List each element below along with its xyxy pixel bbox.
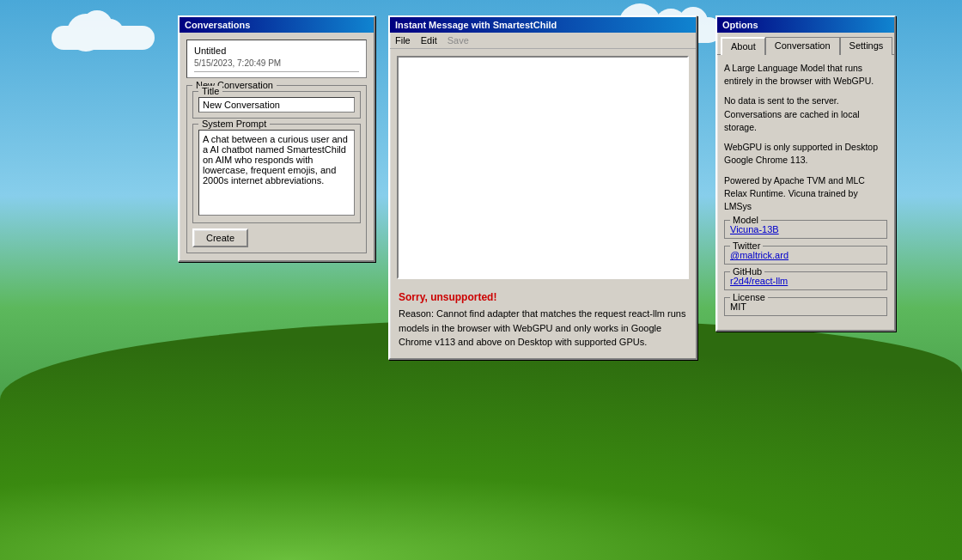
create-button[interactable]: Create — [192, 228, 248, 247]
title-label: Title — [198, 86, 222, 96]
about-para-3: WebGPU is only supported in Desktop Goog… — [724, 141, 887, 167]
about-para-1: A Large Language Model that runs entirel… — [724, 62, 887, 88]
license-value: MIT — [730, 301, 746, 312]
im-error-section: Sorry, unsupported! Reason: Cannot find … — [390, 286, 696, 358]
menu-edit[interactable]: Edit — [421, 35, 437, 46]
options-title: Options — [722, 20, 758, 30]
options-panel: Options About Conversation Settings A La… — [715, 15, 896, 332]
conversation-item-title: Untitled — [194, 46, 359, 56]
tab-conversation[interactable]: Conversation — [765, 37, 840, 55]
system-prompt-subsection: System Prompt A chat between a curious u… — [192, 124, 361, 223]
github-value[interactable]: r2d4/react-llm — [730, 276, 788, 286]
system-prompt-input[interactable]: A chat between a curious user and a AI c… — [198, 130, 355, 216]
conversations-title: Conversations — [185, 20, 250, 30]
im-menubar: File Edit Save — [390, 33, 696, 49]
conversation-item-date: 5/15/2023, 7:20:49 PM — [194, 58, 359, 72]
menu-file[interactable]: File — [395, 35, 411, 46]
options-about-body: A Large Language Model that runs entirel… — [717, 55, 894, 330]
github-group-label: GitHub — [730, 266, 764, 277]
title-subsection: Title — [192, 91, 361, 119]
tab-about[interactable]: About — [721, 37, 765, 55]
model-group: Model Vicuna-13B — [724, 220, 887, 239]
new-conversation-section: New Conversation Title System Prompt A c… — [186, 85, 367, 253]
im-titlebar: Instant Message with SmartestChild — [390, 17, 696, 33]
model-group-label: Model — [730, 215, 761, 225]
options-tabs: About Conversation Settings — [717, 33, 894, 55]
conversations-titlebar: Conversations — [180, 17, 374, 33]
im-error-title: Sorry, unsupported! — [399, 291, 687, 303]
im-error-message: Reason: Cannot find adapter that matches… — [399, 307, 687, 350]
license-group: License MIT — [724, 297, 887, 316]
about-powered-by: Powered by Apache TVM and MLC Relax Runt… — [724, 174, 887, 214]
model-value[interactable]: Vicuna-13B — [730, 224, 779, 234]
conversation-item[interactable]: Untitled 5/15/2023, 7:20:49 PM — [186, 40, 367, 78]
license-group-label: License — [730, 292, 768, 302]
title-input[interactable] — [198, 97, 355, 113]
system-prompt-label: System Prompt — [198, 119, 270, 129]
options-titlebar: Options — [717, 17, 894, 33]
menu-save[interactable]: Save — [448, 35, 469, 46]
twitter-group: Twitter @maltrick.ard — [724, 246, 887, 265]
conversations-panel: Conversations Untitled 5/15/2023, 7:20:4… — [178, 15, 375, 262]
github-group: GitHub r2d4/react-llm — [724, 271, 887, 290]
im-panel: Instant Message with SmartestChild File … — [388, 15, 697, 360]
twitter-group-label: Twitter — [730, 240, 763, 251]
about-para-2: No data is sent to the server. Conversat… — [724, 94, 887, 134]
tab-settings[interactable]: Settings — [840, 37, 893, 55]
twitter-value[interactable]: @maltrick.ard — [730, 250, 788, 260]
cloud-1 — [52, 26, 155, 50]
im-title: Instant Message with SmartestChild — [395, 20, 557, 30]
im-chat-area — [397, 56, 689, 279]
